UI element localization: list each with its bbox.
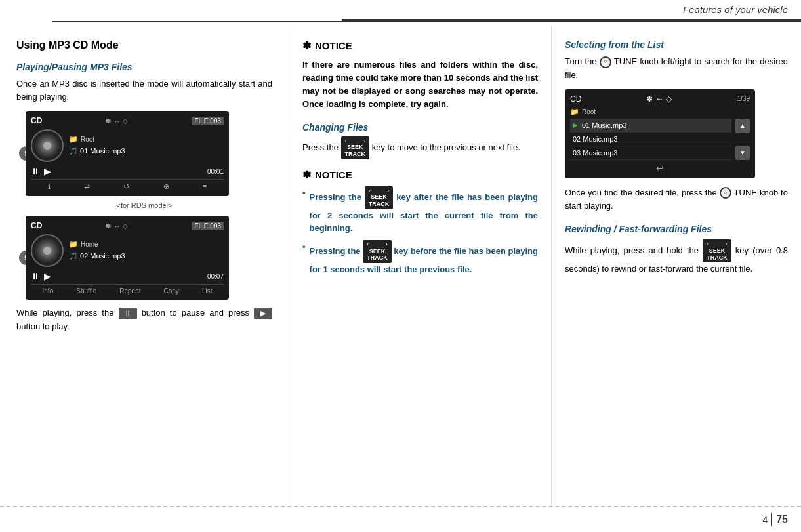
notice1-star: ✽ <box>302 39 311 52</box>
seek-arrows-row-2: ‹ › <box>369 188 390 194</box>
changing-files-body2: key to move to the previous or next file… <box>372 142 520 152</box>
seek-arrows-row-3: ‹ › <box>367 241 388 248</box>
changing-files-body1: Press the <box>302 142 339 152</box>
arrow-up-btn[interactable]: ▲ <box>735 119 750 133</box>
seek-left-arrow: ‹ <box>345 138 347 144</box>
copy-btn[interactable]: Copy <box>164 287 179 295</box>
bullet2-part1: Pressing the <box>310 246 361 256</box>
repeat-btn[interactable]: Repeat <box>119 287 140 295</box>
repeat-icon-1: ↺ <box>123 182 129 191</box>
cd-icon-star: ✽ <box>106 117 111 125</box>
shuffle-icon-1: ⇌ <box>84 182 90 191</box>
tune-knob-icon-2: ○ <box>720 187 731 199</box>
cd-player-1-header: CD ✽ ↔ ◇ FILE 003 <box>31 116 224 125</box>
cd-list-icons: ✽ ↔ ◇ <box>646 94 672 104</box>
cd-icon-arrows: ↔ <box>113 117 120 125</box>
cd-label-2: CD <box>31 221 42 230</box>
cd-bottom-icons-1: ℹ ⇌ ↺ ⊕ ≡ <box>31 179 224 191</box>
list-btn[interactable]: List <box>202 287 213 295</box>
rds-caption: <for RDS model> <box>16 201 272 209</box>
track-name-2: 02 Music.mp3 <box>573 135 617 143</box>
shuffle-btn[interactable]: Shuffle <box>76 287 96 295</box>
cd-controls-2: ⏸ ▶ 00:07 <box>31 271 224 281</box>
copy-icon-1: ⊕ <box>163 182 169 191</box>
root-label-1: Root <box>81 134 94 145</box>
track-name-1: 01 Music.mp3 <box>582 121 626 129</box>
page-header: Features of your vehicle <box>342 0 801 21</box>
track-row-2[interactable]: 02 Music.mp3 <box>570 133 731 146</box>
tune-knob-icon: ○ <box>600 56 611 68</box>
notice1-body: If there are numerous files and folders … <box>302 58 538 112</box>
pause-btn-2[interactable]: ⏸ <box>31 271 40 281</box>
play-btn-2[interactable]: ▶ <box>44 271 51 281</box>
arrow-down-btn[interactable]: ▼ <box>735 146 750 160</box>
play-pause-text3: button to play. <box>16 321 70 331</box>
pause-inline-btn: ⏸ <box>119 308 137 319</box>
play-inline-btn: ▶ <box>254 308 272 319</box>
list-folder-icon: 📁 <box>570 108 579 116</box>
page-divider <box>771 513 772 526</box>
info-btn[interactable]: Info <box>43 287 54 295</box>
track-row-3[interactable]: 03 Music.mp3 <box>570 146 731 160</box>
cd-file-badge-2: FILE 003 <box>192 222 224 230</box>
page-numbers: 4 75 <box>762 513 788 526</box>
seek-right-right: › <box>726 241 728 247</box>
play-btn-1[interactable]: ▶ <box>44 166 51 176</box>
right-column: Selecting from the List Turn the ○ TUNE … <box>551 26 801 506</box>
selecting-body1: Turn the <box>565 56 597 66</box>
home-label-2: Home <box>81 239 98 250</box>
cd-player-1: CD ✽ ↔ ◇ FILE 003 📁 Root <box>26 111 229 196</box>
cd-disc-2 <box>31 234 64 267</box>
header-title: Features of your vehicle <box>683 4 788 15</box>
track-label-2: TRACK <box>369 201 390 208</box>
seek-arrows-row-right: ‹ › <box>707 241 728 247</box>
page-footer: 4 75 <box>0 506 801 532</box>
cd-disc-1 <box>31 129 64 162</box>
seek-track-btn-2: ‹ › SEEK TRACK <box>365 186 394 209</box>
main-content: Using MP3 CD Mode Playing/Pausing MP3 Fi… <box>0 26 801 506</box>
seek-label-2: SEEK <box>371 194 387 201</box>
header-divider <box>52 21 801 22</box>
selecting-body3: Once you find the desired file, press th… <box>565 186 788 214</box>
list-root-label: Root <box>582 108 596 115</box>
cd-controls-1: ⏸ ▶ 00:01 <box>31 166 224 176</box>
cd-main-area-2: 📁 Home 🎵 02 Music.mp3 <box>31 234 224 267</box>
cd-list-root-path: 📁 Root <box>570 108 750 116</box>
seek-right-2: › <box>388 188 390 194</box>
cd-file-badge-1: FILE 003 <box>192 117 224 125</box>
selecting-body: Turn the ○ TUNE knob left/right to searc… <box>565 55 788 83</box>
pause-btn-1[interactable]: ⏸ <box>31 166 40 176</box>
rewinding-body1: While playing, press and hold the <box>565 245 699 255</box>
page-section-num: 4 <box>762 514 768 525</box>
notice1-header: ✽ NOTICE <box>302 39 538 52</box>
folder-icon-1: 📁 <box>69 134 78 146</box>
folder-icon-2: 📁 <box>69 239 78 251</box>
cd-label-1: CD <box>31 116 42 125</box>
cd-player-2: CD ✽ ↔ ◇ FILE 003 📁 Home <box>26 216 229 300</box>
cd-list-tracks: ▶ 01 Music.mp3 02 Music.mp3 03 Music.mp3 <box>570 119 731 160</box>
mid-column: ✽ NOTICE If there are numerous files and… <box>289 26 551 506</box>
bullet2-content: Pressing the ‹ › SEEK TRACK key before t… <box>310 240 538 276</box>
cd-disc-inner-1 <box>43 142 51 150</box>
body-text-playing: Once an MP3 disc is inserted the mode wi… <box>16 77 272 103</box>
bullet-item-2: Pressing the ‹ › SEEK TRACK key before t… <box>302 240 538 276</box>
selecting-body2: TUNE knob left/right to search for the d… <box>565 56 788 80</box>
track-label-right: TRACK <box>707 255 728 262</box>
time-display-2: 00:07 <box>207 273 224 280</box>
cd-player-2-buttons: Info Shuffle Repeat Copy List <box>31 284 224 295</box>
track-row-1[interactable]: ▶ 01 Music.mp3 <box>570 119 731 133</box>
seek-label-right: SEEK <box>709 247 726 255</box>
cd-disc-inner-2 <box>43 247 51 255</box>
list-icon-1: ≡ <box>203 182 207 191</box>
seek-label-3: SEEK <box>369 248 386 255</box>
track-label-3: TRACK <box>367 255 388 262</box>
seek-left-right: ‹ <box>707 241 709 247</box>
cd-list-label: CD <box>570 94 581 104</box>
cd-icons-1: ✽ ↔ ◇ <box>106 117 128 125</box>
track-label: TRACK <box>345 151 366 158</box>
seek-track-btn-1: ‹ › SEEK TRACK <box>341 136 370 159</box>
cd-track-info-1: 📁 Root 🎵 01 Music.mp3 <box>69 134 125 157</box>
notice2-list: Pressing the ‹ › SEEK TRACK key after th… <box>302 186 538 276</box>
seek-label: SEEK <box>347 144 363 151</box>
time-display-1: 00:01 <box>207 168 224 175</box>
